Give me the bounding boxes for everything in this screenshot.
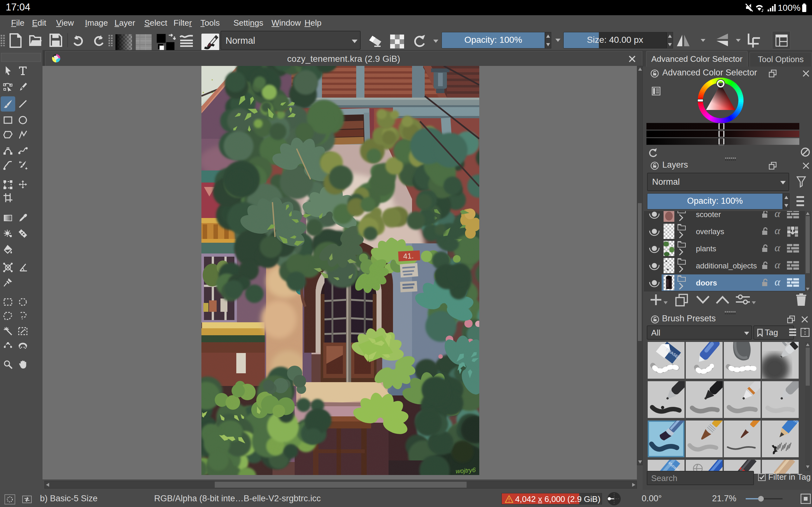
svg-text:100%: 100% <box>778 3 801 13</box>
svg-text:wojtry6: wojtry6 <box>455 466 476 475</box>
